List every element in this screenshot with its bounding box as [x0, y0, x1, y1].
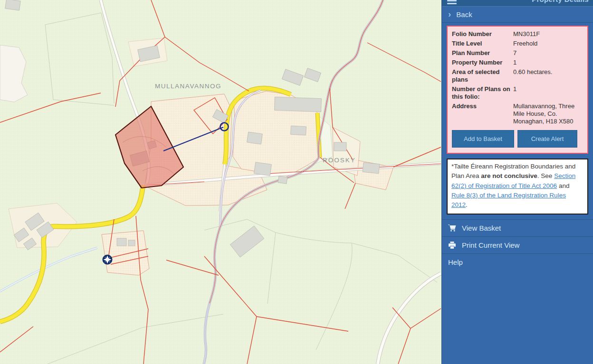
disclaimer-text: and — [557, 182, 569, 189]
view-basket-label: View Basket — [462, 224, 501, 232]
disclaimer-text: . See — [537, 172, 554, 179]
folio-details-card: Folio Number MN3011F Title Level Freehol… — [447, 26, 588, 154]
field-label: Address — [452, 103, 513, 125]
add-to-basket-button[interactable]: Add to Basket — [452, 130, 514, 148]
field-property-number: Property Number 1 — [452, 59, 583, 66]
print-current-view-label: Print Current View — [462, 241, 519, 249]
printer-icon — [448, 241, 457, 250]
townland-label-mullanavannog: MULLANAVANNOG — [155, 83, 221, 90]
field-folio-number: Folio Number MN3011F — [452, 30, 583, 38]
field-value: 1 — [513, 85, 583, 101]
menu-icon[interactable] — [447, 0, 457, 4]
townland-label-roosky: ROOSKY — [323, 157, 356, 164]
field-label: Plan Number — [452, 49, 513, 57]
chevron-right-icon: › — [448, 9, 451, 19]
create-alert-button[interactable]: Create Alert — [517, 130, 577, 148]
field-title-level: Title Level Freehold — [452, 40, 583, 47]
boundaries-disclaimer: *Tailte Éireann Registration Boundaries … — [447, 159, 588, 215]
field-value: 7 — [513, 49, 583, 57]
field-label: Title Level — [452, 40, 513, 47]
cart-icon — [448, 224, 457, 233]
field-label: Number of Plans on this folio: — [452, 85, 513, 101]
disclaimer-text: . — [466, 201, 468, 208]
field-value: 1 — [513, 59, 583, 66]
field-value: 0.60 hectares. — [513, 68, 583, 84]
panel-title: Property Details — [532, 0, 589, 3]
location-crosshair-marker — [103, 255, 112, 264]
view-basket-button[interactable]: View Basket — [442, 219, 593, 236]
help-button[interactable]: Help — [442, 253, 593, 271]
map-svg: MULLANAVANNOG ROOSKY — [0, 0, 441, 364]
property-details-panel: Property Details › Back Folio Number MN3… — [441, 0, 593, 364]
field-area: Area of selected plans 0.60 hectares. — [452, 68, 583, 84]
field-value: Mullanavannog, Three Mile House, Co. Mon… — [513, 103, 583, 125]
field-label: Area of selected plans — [452, 68, 513, 84]
field-value: MN3011F — [513, 30, 583, 38]
disclaimer-bold: are not conclusive — [481, 172, 537, 179]
field-label: Folio Number — [452, 30, 513, 38]
panel-header: Property Details — [442, 0, 593, 7]
sidebar-empty-area — [442, 271, 593, 364]
back-button[interactable]: › Back — [442, 7, 593, 23]
field-value: Freehold — [513, 40, 583, 47]
app-window: MULLANAVANNOG ROOSKY Property Details › … — [0, 0, 593, 364]
help-label: Help — [448, 258, 463, 266]
card-actions: Add to Basket Create Alert — [452, 130, 583, 148]
field-address: Address Mullanavannog, Three Mile House,… — [452, 103, 583, 125]
field-plan-number: Plan Number 7 — [452, 49, 583, 57]
field-label: Property Number — [452, 59, 513, 66]
rule-8-link[interactable]: Rule 8(3) of the Land Registration Rules… — [451, 192, 566, 208]
field-plan-count: Number of Plans on this folio: 1 — [452, 85, 583, 101]
print-current-view-button[interactable]: Print Current View — [442, 236, 593, 253]
back-label: Back — [456, 10, 472, 19]
map-canvas[interactable]: MULLANAVANNOG ROOSKY — [0, 0, 441, 364]
